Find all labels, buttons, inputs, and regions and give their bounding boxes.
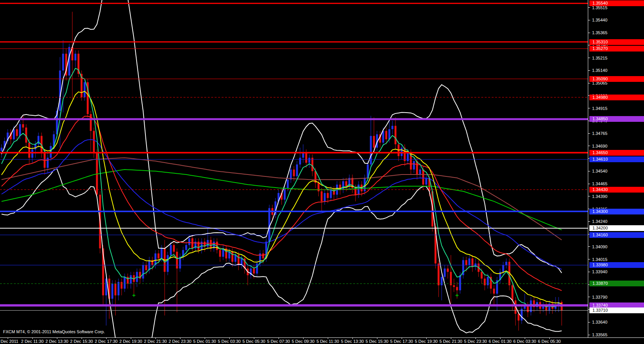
level-price-box[interactable]: 1.34850 [589, 116, 644, 122]
candle-body [35, 145, 37, 150]
candle-body [419, 170, 421, 174]
candle-body [167, 255, 169, 272]
candle-body [19, 124, 21, 136]
price-tick-label: 1.33790 [592, 295, 607, 300]
price-tick-mark [588, 70, 590, 71]
candle-body [158, 253, 160, 258]
candle-body [161, 248, 163, 258]
level-price-box[interactable]: 1.33980 [589, 262, 644, 268]
candle-body [305, 153, 307, 163]
price-tick-mark [588, 272, 590, 272]
candle-body [127, 277, 129, 284]
candle-body [407, 153, 409, 161]
level-price-box[interactable]: 1.34650 [589, 150, 644, 156]
price-tick-label: 1.34090 [592, 244, 607, 249]
candle-body [385, 131, 387, 140]
candle-body [312, 158, 314, 171]
time-tick-label: 2 Dec 15:30 [70, 339, 93, 344]
price-tick-mark [588, 133, 590, 134]
candle-body [518, 314, 520, 321]
candle-body [176, 252, 178, 269]
time-tick-label: 5 Dec 07:30 [267, 339, 290, 344]
price-tick-mark [588, 83, 590, 83]
candle-body [456, 287, 458, 291]
price-tick-mark [588, 184, 590, 184]
time-tick-label: 2 Dec 13:30 [45, 339, 68, 344]
price-tick-mark [588, 322, 590, 322]
candle-body [389, 129, 390, 139]
candle-body [62, 54, 64, 71]
chart-plot-area[interactable]: FXCM MT4, © 2001-2011 MetaQuotes Softwar… [0, 0, 588, 337]
level-price-box[interactable]: 1.35540 [589, 0, 644, 6]
candle-body [481, 272, 483, 279]
time-tick-label: 5 Dec 11:30 [317, 339, 339, 344]
level-price-box[interactable]: 1.33870 [589, 281, 644, 286]
price-tick-mark [588, 221, 590, 222]
candle-body [506, 262, 507, 265]
candle-body [1, 148, 3, 151]
candle-body [469, 258, 470, 265]
level-price-box[interactable]: 1.34430 [589, 187, 644, 193]
price-tick-mark [588, 259, 590, 259]
candle-body [32, 150, 33, 158]
candle-body [309, 158, 310, 163]
price-tick-mark [588, 297, 590, 297]
time-axis[interactable]: 2 Dec 20112 Dec 11:302 Dec 13:302 Dec 15… [0, 337, 644, 344]
candle-body [453, 285, 455, 287]
price-tick-mark [588, 58, 590, 58]
candle-body [145, 265, 147, 270]
level-price-box[interactable]: 1.34300 [589, 209, 644, 214]
time-tick-label: 5 Dec 03:30 [218, 339, 240, 344]
candle-body [444, 269, 446, 277]
time-tick-label: 6 Dec 03:30 [513, 339, 536, 344]
mt4-chart-window: FXCM MT4, © 2001-2011 MetaQuotes Softwar… [0, 0, 644, 344]
time-tick-label: 5 Dec 21:30 [439, 339, 462, 344]
candle-body [287, 179, 289, 188]
price-tick-mark [588, 171, 590, 171]
current-price-box[interactable]: 1.33710 [589, 307, 644, 313]
candle-body [124, 277, 126, 289]
time-tick-label: 2 Dec 11:30 [21, 339, 44, 344]
price-tick-mark [588, 246, 590, 247]
level-price-box[interactable]: 1.34980 [589, 95, 644, 100]
level-price-box[interactable]: 1.34200 [589, 225, 644, 231]
price-tick-label: 1.34390 [592, 194, 607, 199]
price-chart-canvas[interactable] [0, 0, 588, 337]
level-price-box[interactable]: 1.35270 [589, 46, 644, 52]
candle-body [484, 279, 486, 286]
candle-body [235, 255, 237, 262]
candle-body [450, 272, 452, 285]
price-tick-label: 1.34690 [592, 144, 607, 149]
price-tick-mark [588, 33, 590, 33]
price-tick-label: 1.35440 [592, 18, 607, 23]
price-tick-mark [588, 20, 590, 20]
time-tick-label: 5 Dec 15:30 [365, 339, 388, 344]
candle-body [373, 136, 375, 148]
price-tick-label: 1.34540 [592, 169, 607, 174]
price-axis[interactable]: 1.355151.354401.353651.352901.352151.351… [588, 0, 644, 337]
price-tick-label: 1.35215 [592, 56, 607, 61]
candle-body [321, 191, 323, 201]
time-tick-label: 2 Dec 21:30 [144, 339, 167, 344]
level-price-box[interactable]: 1.34160 [589, 232, 644, 238]
candle-body [345, 181, 347, 186]
candle-body [84, 82, 86, 97]
candle-body [173, 245, 175, 252]
level-price-box[interactable]: 1.35310 [589, 39, 644, 45]
candle-body [93, 131, 95, 153]
candle-body [401, 148, 403, 156]
candle-body [299, 158, 301, 165]
bollinger-upper-band-line [2, 0, 562, 273]
candle-body [382, 131, 384, 143]
price-tick-label: 1.33640 [592, 320, 607, 325]
price-tick-mark [588, 335, 590, 335]
time-tick-label: 5 Dec 05:30 [242, 339, 265, 344]
time-tick-label: 5 Dec 13:30 [341, 339, 364, 344]
candle-body [392, 126, 394, 129]
candle-body [130, 275, 132, 284]
time-tick-label: 2 Dec 17:30 [95, 339, 117, 344]
candle-body [395, 126, 397, 144]
level-price-box[interactable]: 1.34610 [589, 156, 644, 162]
time-tick-label: 5 Dec 23:30 [464, 339, 487, 344]
level-price-box[interactable]: 1.35090 [589, 76, 644, 82]
